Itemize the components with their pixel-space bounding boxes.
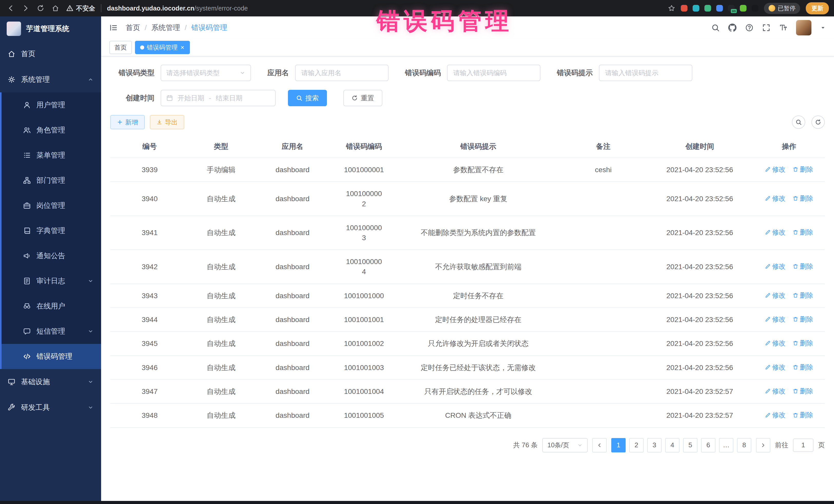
refresh-table-button[interactable] xyxy=(811,115,825,129)
page-button[interactable]: 2 xyxy=(629,438,643,453)
extension-icon[interactable] xyxy=(752,5,758,12)
sidebar-item[interactable]: 短信管理 xyxy=(2,319,101,344)
extension-icon[interactable]: on xyxy=(728,5,735,12)
breadcrumb-item[interactable]: 错误码管理 xyxy=(192,23,227,32)
prev-page-button[interactable] xyxy=(592,438,607,453)
sidebar-item[interactable]: 错误码管理 xyxy=(2,344,101,369)
delete-link[interactable]: 删除 xyxy=(793,338,813,348)
page-button[interactable]: 5 xyxy=(683,438,698,453)
sidebar-item[interactable]: 角色管理 xyxy=(2,117,101,143)
page-button[interactable]: 4 xyxy=(665,438,680,453)
delete-link[interactable]: 删除 xyxy=(793,227,813,237)
edit-link[interactable]: 修改 xyxy=(765,314,786,324)
browser-update-button[interactable]: 更新 xyxy=(806,2,829,14)
app-logo-row[interactable]: 芋道管理系统 xyxy=(0,17,101,41)
address-bar[interactable]: 不安全 dashboard.yudao.iocoder.cn/system/er… xyxy=(66,4,663,13)
edit-link[interactable]: 修改 xyxy=(765,194,786,203)
error-hint-input[interactable] xyxy=(599,65,692,81)
page-size-select[interactable]: 10条/页 xyxy=(542,438,588,453)
collapse-sidebar-icon[interactable] xyxy=(109,24,117,32)
forward-icon[interactable] xyxy=(22,5,29,12)
security-warning[interactable]: 不安全 xyxy=(66,4,95,13)
delete-label: 删除 xyxy=(800,363,813,372)
error-code-input[interactable] xyxy=(447,65,541,81)
sidebar-item[interactable]: 字典管理 xyxy=(2,218,101,243)
sidebar-item[interactable]: 用户管理 xyxy=(2,92,101,117)
sidebar-item[interactable]: 通知公告 xyxy=(2,243,101,268)
tab-close-icon[interactable] xyxy=(180,45,185,50)
delete-link[interactable]: 删除 xyxy=(793,410,813,420)
create-time-range-picker[interactable]: 开始日期 - 结束日期 xyxy=(161,90,276,106)
delete-link[interactable]: 删除 xyxy=(793,387,813,396)
cell-time: 2021-04-20 23:52:56 xyxy=(646,216,753,250)
edit-label: 修改 xyxy=(772,338,786,348)
breadcrumb-item[interactable]: 系统管理 xyxy=(151,23,180,32)
sidebar-item[interactable]: 在线用户 xyxy=(2,293,101,319)
bookmark-star-icon[interactable] xyxy=(668,5,675,12)
extension-icon[interactable] xyxy=(681,5,687,12)
search-icon[interactable] xyxy=(711,24,720,32)
goto-page-input[interactable] xyxy=(793,439,813,452)
reload-icon[interactable] xyxy=(37,5,44,12)
tab-error-code[interactable]: 错误码管理 xyxy=(135,41,190,54)
breadcrumb-item[interactable]: 首页 xyxy=(126,23,140,32)
extension-icon[interactable] xyxy=(716,5,723,12)
avatar[interactable] xyxy=(796,20,811,36)
delete-link[interactable]: 删除 xyxy=(793,363,813,372)
page-button[interactable]: 3 xyxy=(647,438,662,453)
edit-link[interactable]: 修改 xyxy=(765,363,786,372)
page-button[interactable]: 8 xyxy=(737,438,751,453)
back-icon[interactable] xyxy=(7,5,14,12)
sidebar-item[interactable]: 菜单管理 xyxy=(2,143,101,168)
sidebar-item[interactable]: 研发工具 xyxy=(0,395,101,420)
sidebar-item[interactable]: 基础设施 xyxy=(0,369,101,395)
page-ellipsis[interactable]: … xyxy=(719,438,733,453)
reset-button[interactable]: 重置 xyxy=(343,90,382,106)
page-button[interactable]: 1 xyxy=(611,438,626,453)
fullscreen-icon[interactable] xyxy=(762,24,770,32)
edit-link[interactable]: 修改 xyxy=(765,291,786,300)
table-row: 3948 自动生成 dashboard 1001001005 CRON 表达式不… xyxy=(110,403,825,427)
extension-icon[interactable] xyxy=(740,5,746,12)
help-icon[interactable] xyxy=(745,24,753,32)
profile-paused-badge[interactable]: 已暂停 xyxy=(764,3,800,14)
delete-link[interactable]: 删除 xyxy=(793,262,813,271)
page-button[interactable]: 6 xyxy=(701,438,716,453)
edit-link[interactable]: 修改 xyxy=(765,410,786,420)
caret-down-icon[interactable] xyxy=(820,25,826,30)
delete-link[interactable]: 删除 xyxy=(793,194,813,203)
error-code-table: 编号 类型 应用名 错误码编码 错误码提示 备注 创建时间 操作 3939 手动… xyxy=(110,135,825,428)
export-button[interactable]: 导出 xyxy=(150,115,184,129)
browser-home-icon[interactable] xyxy=(52,5,59,12)
show-search-toggle[interactable] xyxy=(792,115,805,129)
search-button[interactable]: 搜索 xyxy=(288,90,327,106)
cell-hint: 定时任务已经处于该状态，无需修改 xyxy=(396,356,561,379)
sidebar-item[interactable]: 审计日志 xyxy=(2,268,101,293)
extension-icon[interactable] xyxy=(693,5,699,12)
edit-link[interactable]: 修改 xyxy=(765,387,786,396)
app-name-input[interactable] xyxy=(295,65,389,81)
delete-link[interactable]: 删除 xyxy=(793,165,813,174)
plus-icon xyxy=(117,119,123,125)
error-type-select[interactable]: 请选择错误码类型 xyxy=(161,65,251,81)
edit-link[interactable]: 修改 xyxy=(765,338,786,348)
delete-link[interactable]: 删除 xyxy=(793,291,813,300)
extension-icon[interactable] xyxy=(704,5,711,12)
github-icon[interactable] xyxy=(728,24,737,32)
delete-link[interactable]: 删除 xyxy=(793,314,813,324)
code-icon xyxy=(23,353,31,360)
sidebar-item[interactable]: 系统管理 xyxy=(0,67,101,92)
edit-link[interactable]: 修改 xyxy=(765,227,786,237)
edit-link[interactable]: 修改 xyxy=(765,262,786,271)
cell-hint: 只有开启状态的任务，才可以修改 xyxy=(396,379,561,403)
sidebar-item[interactable]: 岗位管理 xyxy=(2,193,101,218)
font-size-icon[interactable] xyxy=(779,24,787,32)
sidebar-item[interactable]: 首页 xyxy=(0,41,101,67)
delete-icon xyxy=(793,365,798,370)
tab-home[interactable]: 首页 xyxy=(109,41,132,54)
next-page-button[interactable] xyxy=(756,438,770,453)
edit-link[interactable]: 修改 xyxy=(765,165,786,174)
sidebar-item[interactable]: 部门管理 xyxy=(2,168,101,193)
cell-time: 2021-04-20 23:52:56 xyxy=(646,284,753,308)
add-button[interactable]: 新增 xyxy=(110,115,145,129)
